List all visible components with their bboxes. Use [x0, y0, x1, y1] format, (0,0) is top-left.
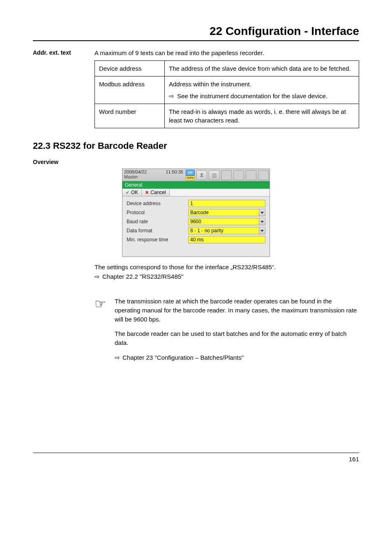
alarm-icon[interactable]: ⧗ — [196, 170, 207, 180]
cf-icon: CF — [186, 170, 195, 176]
ok-label: OK — [131, 190, 138, 195]
tip-paragraph-1: The transmission rate at which the barco… — [115, 297, 359, 324]
blank-slot-2 — [233, 170, 244, 180]
device-mode: Master — [124, 174, 183, 179]
baud-select[interactable]: 9600 — [188, 218, 259, 225]
chart-icon[interactable]: ▥ — [209, 170, 219, 180]
tip-ref: Chapter 23 "Configuration – Batches/Plan… — [122, 353, 244, 362]
modbus-line-2: See the instrument documentation for the… — [177, 92, 355, 100]
cell-word-number-desc: The read-in is always made as words, i. … — [165, 104, 359, 128]
chevron-down-icon[interactable] — [259, 209, 265, 216]
devaddr-input[interactable]: 1 — [188, 200, 265, 207]
cancel-label: Cancel — [150, 190, 166, 195]
tip-paragraph-2: The barcode reader can be used to start … — [115, 329, 359, 347]
minresp-label: Min. response time — [127, 237, 188, 243]
arrow-icon: ⇨ — [95, 273, 100, 280]
blank-slot-1 — [221, 170, 232, 180]
protocol-label: Protocol — [127, 210, 188, 215]
modbus-line-1: Address within the instrument. — [169, 80, 355, 88]
cell-device-address-desc: The address of the slave device from whi… — [165, 61, 359, 76]
chevron-down-icon[interactable] — [259, 218, 265, 225]
addr-ext-table: Device address The address of the slave … — [95, 60, 359, 128]
cell-word-number-label: Word number — [95, 104, 165, 128]
device-time: 11:50:35 — [166, 169, 183, 174]
header-rule — [33, 40, 359, 41]
device-titlebar: 2008/04/22 11:50:35 Master CF 93% ⧗ ▥ — [122, 169, 270, 181]
device-screenshot: 2008/04/22 11:50:35 Master CF 93% ⧗ ▥ Ge… — [122, 169, 270, 257]
device-date: 2008/04/22 — [124, 169, 147, 174]
cell-device-address-label: Device address — [95, 61, 165, 76]
intro-text: A maximum of 9 texts can be read into th… — [95, 49, 359, 57]
section-heading: 22.3 RS232 for Barcode Reader — [33, 141, 359, 151]
blank-slot-3 — [246, 170, 256, 180]
pct-icon: 93% — [186, 176, 195, 180]
table-row: Modbus address Address within the instru… — [95, 76, 359, 104]
hand-pointer-icon: ☞ — [95, 296, 106, 362]
side-label-overview: Overview — [33, 159, 359, 165]
devaddr-label: Device address — [127, 201, 188, 206]
cell-modbus-address-label: Modbus address — [95, 76, 165, 104]
chevron-down-icon[interactable] — [259, 227, 265, 234]
minresp-input[interactable]: 40 ms — [188, 236, 265, 243]
dataformat-label: Data format — [127, 228, 188, 234]
cell-modbus-address-desc: Address within the instrument. ⇨ See the… — [165, 76, 359, 104]
ok-button[interactable]: OK — [122, 189, 142, 196]
baud-label: Baud rate — [127, 219, 188, 224]
chapter-title: 22 Configuration - Interface — [33, 25, 359, 38]
after-device-text: The settings correspond to those for the… — [95, 264, 359, 271]
table-row: Device address The address of the slave … — [95, 61, 359, 76]
protocol-select[interactable]: Barcode — [188, 209, 259, 216]
side-label-addr-ext: Addr. ext. text — [33, 49, 95, 128]
after-device-ref: Chapter 22.2 "RS232/RS485" — [102, 273, 183, 280]
table-row: Word number The read-in is always made a… — [95, 104, 359, 128]
arrow-icon: ⇨ — [169, 92, 177, 100]
dataformat-select[interactable]: 8 - 1 - no parity — [188, 227, 259, 234]
arrow-icon: ⇨ — [115, 353, 120, 362]
page-number: 161 — [33, 453, 359, 462]
cancel-button[interactable]: Cancel — [142, 189, 169, 196]
device-general-header: General — [122, 181, 270, 189]
blank-slot-4 — [258, 170, 269, 180]
